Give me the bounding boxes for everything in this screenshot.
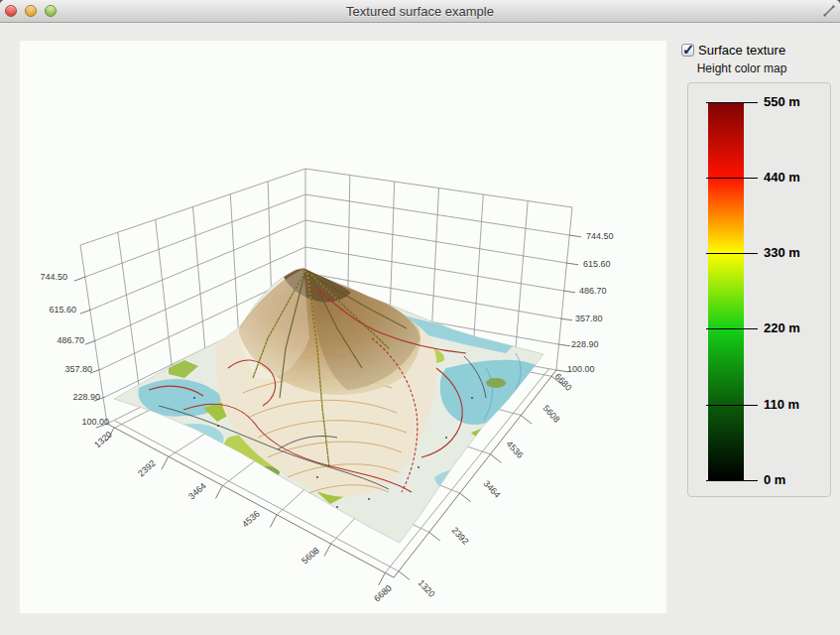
legend-tick (706, 480, 758, 481)
y-axis-label-right: 228.90 (571, 339, 599, 349)
legend-tick-label: 550 m (764, 94, 800, 110)
surface-plot-canvas[interactable]: 744.50 615.60 486.70 357.80 228.90 100.0… (20, 41, 666, 613)
legend-tick (706, 178, 758, 179)
legend-tick (706, 253, 758, 254)
legend-tick (706, 102, 758, 103)
legend-tick (706, 328, 758, 329)
fullscreen-icon[interactable] (822, 4, 836, 18)
legend-tick-label: 440 m (764, 170, 800, 186)
y-axis-label-left: 228.90 (57, 392, 100, 402)
legend-tick-label: 330 m (764, 245, 800, 261)
legend-tick-label: 220 m (764, 320, 800, 336)
y-axis-label-right: 486.70 (579, 286, 607, 296)
legend-tick (706, 405, 758, 406)
app-window: Textured surface example (0, 0, 840, 635)
y-axis-label-left: 744.50 (24, 272, 67, 282)
legend-title: Height color map (681, 62, 802, 75)
y-axis-label-left: 486.70 (41, 335, 84, 345)
y-axis-label-left: 615.60 (33, 305, 76, 315)
y-axis-label-right: 357.80 (575, 314, 603, 323)
surface-texture-row: Surface texture (681, 43, 785, 58)
terrain-surface (114, 268, 543, 543)
gradient-bar (708, 102, 744, 480)
y-axis-label-left: 100.00 (65, 417, 109, 427)
surface-texture-checkbox[interactable] (681, 44, 694, 57)
y-axis-label-left: 357.80 (49, 364, 92, 374)
y-axis-label-right: 744.50 (586, 231, 614, 241)
y-axis-label-right: 615.60 (583, 259, 611, 269)
surface-texture-label[interactable]: Surface texture (698, 43, 785, 58)
y-axis-label-right: 100.00 (567, 364, 595, 374)
legend-tick-label: 0 m (764, 472, 785, 488)
window-title: Textured surface example (0, 4, 840, 19)
height-color-map-legend: 550 m 440 m 330 m 220 m 110 m 0 m (687, 82, 831, 497)
legend-tick-label: 110 m (764, 397, 799, 413)
titlebar[interactable]: Textured surface example (0, 0, 840, 23)
surface-plot-scene (20, 41, 666, 613)
